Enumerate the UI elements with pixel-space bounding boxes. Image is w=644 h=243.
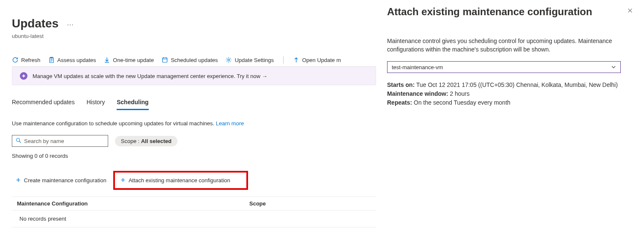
search-input-wrapper[interactable] (12, 135, 108, 147)
search-icon (16, 138, 22, 145)
clipboard-icon (48, 57, 55, 63)
download-icon (104, 57, 110, 63)
repeats-value: On the second Tuesday every month (412, 99, 510, 106)
onetime-label: One-time update (113, 57, 154, 63)
action-row: + Create maintenance configuration + Att… (12, 171, 376, 190)
side-panel: Attach existing maintenance configuratio… (378, 0, 644, 243)
table-header: Maintenance Configuration Scope (12, 197, 376, 211)
search-input[interactable] (24, 138, 104, 144)
scope-filter[interactable]: Scope : All selected (115, 136, 177, 146)
toolbar: Refresh Assess updates One-time update S… (12, 54, 376, 67)
window-label: Maintenance window: (387, 90, 448, 97)
config-dropdown[interactable]: test-maintenance-vm (387, 61, 621, 73)
starts-on-label: Starts on: (387, 81, 415, 88)
config-metadata: Starts on: Tue Oct 12 2021 17:05 ((UTC+0… (387, 81, 635, 107)
refresh-label: Refresh (21, 57, 41, 63)
column-scope[interactable]: Scope (249, 200, 371, 207)
arrow-up-icon (293, 57, 300, 63)
tabs: Recommended updates History Scheduling (12, 99, 376, 110)
compass-icon (20, 72, 27, 80)
create-config-label: Create maintenance configuration (24, 177, 106, 184)
main-content: Updates ··· ubuntu-latest Refresh Assess… (0, 0, 376, 227)
dropdown-value: test-maintenance-vm (392, 64, 443, 70)
repeats-label: Repeats: (387, 99, 412, 106)
onetime-button[interactable]: One-time update (104, 57, 154, 63)
panel-description: Maintenance control gives you scheduling… (387, 37, 635, 54)
svg-point-4 (16, 138, 20, 141)
gear-icon (225, 57, 232, 63)
refresh-button[interactable]: Refresh (12, 57, 41, 63)
settings-button[interactable]: Update Settings (225, 57, 274, 63)
plus-icon: + (121, 176, 126, 185)
no-records-message: No records present (12, 211, 376, 227)
attach-config-label: Attach existing maintenance configuratio… (128, 177, 230, 184)
starts-on-value: Tue Oct 12 2021 17:05 ((UTC+05:30) Chenn… (415, 81, 618, 88)
records-count: Showing 0 of 0 records (12, 153, 376, 159)
settings-label: Update Settings (235, 57, 274, 63)
assess-button[interactable]: Assess updates (48, 57, 96, 63)
tab-recommended[interactable]: Recommended updates (12, 99, 75, 110)
window-value: 2 hours (448, 90, 470, 97)
panel-title: Attach existing maintenance configuratio… (387, 6, 592, 18)
learn-more-link[interactable]: Learn more (216, 120, 244, 127)
create-config-button[interactable]: + Create maintenance configuration (12, 173, 111, 187)
resource-name: ubuntu-latest (12, 33, 376, 39)
tab-history[interactable]: History (87, 99, 105, 110)
scheduling-description: Use maintenance configuration to schedul… (12, 120, 376, 127)
open-label: Open Update m (302, 57, 341, 63)
tab-scheduling[interactable]: Scheduling (117, 99, 148, 110)
separator (283, 56, 284, 64)
scheduled-button[interactable]: Scheduled updates (161, 57, 218, 63)
info-banner[interactable]: Manage VM updates at scale with the new … (12, 67, 376, 85)
highlight-box: + Attach existing maintenance configurat… (113, 171, 248, 190)
plus-icon: + (16, 176, 21, 185)
column-maintenance-config[interactable]: Maintenance Configuration (17, 200, 249, 207)
scheduled-label: Scheduled updates (171, 57, 218, 63)
more-menu[interactable]: ··· (67, 21, 74, 29)
assess-label: Assess updates (57, 57, 96, 63)
calendar-icon (161, 57, 168, 63)
svg-point-3 (228, 59, 229, 61)
attach-config-button[interactable]: + Attach existing maintenance configurat… (117, 173, 235, 187)
svg-rect-2 (163, 58, 167, 62)
filter-row: Scope : All selected (12, 135, 376, 147)
close-button[interactable] (625, 6, 635, 17)
page-title: Updates (12, 17, 58, 30)
banner-text: Manage VM updates at scale with the new … (33, 73, 267, 79)
open-button[interactable]: Open Update m (293, 57, 341, 63)
refresh-icon (12, 57, 19, 63)
chevron-down-icon (611, 65, 616, 70)
